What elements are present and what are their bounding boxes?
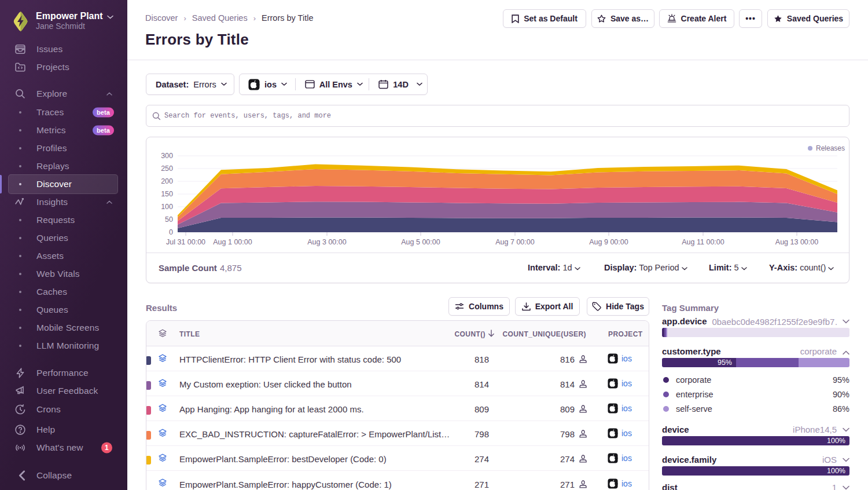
- svg-text:Aug 5 00:00: Aug 5 00:00: [401, 238, 440, 246]
- svg-text:Releases: Releases: [816, 144, 845, 152]
- svg-text:50: 50: [165, 215, 173, 224]
- svg-text:200: 200: [161, 177, 173, 185]
- svg-text:250: 250: [161, 164, 173, 173]
- svg-text:Aug 11 00:00: Aug 11 00:00: [682, 238, 724, 246]
- svg-text:Aug 3 00:00: Aug 3 00:00: [307, 238, 346, 246]
- svg-text:100: 100: [161, 203, 173, 211]
- svg-text:Aug 1 00:00: Aug 1 00:00: [213, 238, 252, 246]
- svg-text:Aug 7 00:00: Aug 7 00:00: [495, 238, 534, 246]
- svg-text:Jul 31 00:00: Jul 31 00:00: [166, 238, 205, 246]
- svg-text:Aug 9 00:00: Aug 9 00:00: [589, 238, 628, 246]
- svg-text:150: 150: [161, 190, 173, 198]
- svg-text:Aug 13 00:00: Aug 13 00:00: [775, 238, 818, 246]
- svg-text:300: 300: [161, 152, 173, 160]
- svg-text:0: 0: [169, 228, 173, 236]
